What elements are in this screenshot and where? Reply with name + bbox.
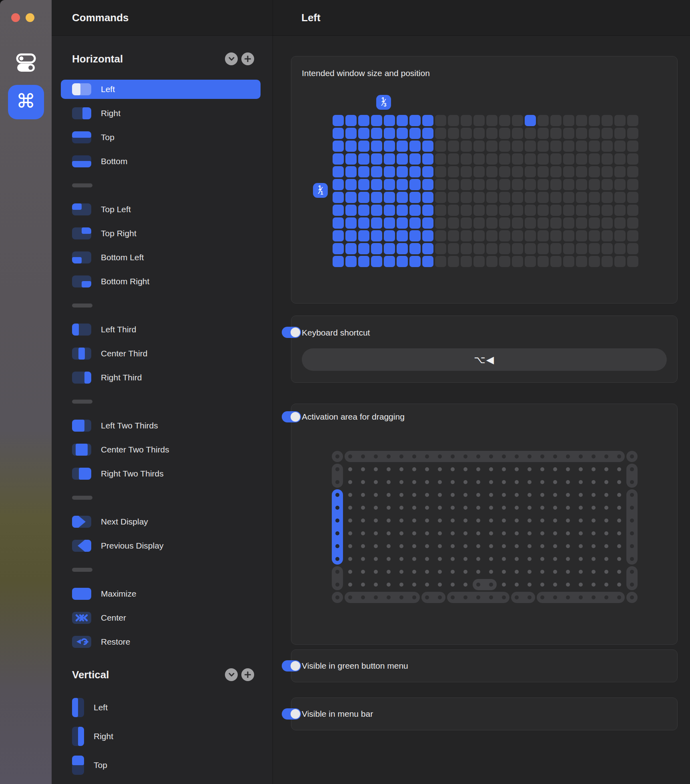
command-row-horizontal-top-right[interactable]: Top Right [61,224,261,243]
command-row-horizontal-top[interactable]: Top [61,128,261,147]
size-grid-cell[interactable] [550,153,562,165]
size-grid-cell[interactable] [397,217,408,229]
size-grid-cell[interactable] [538,256,549,267]
keyboard-shortcut-toggle[interactable] [282,327,301,338]
size-grid-cell[interactable] [563,128,574,139]
size-grid-cell[interactable] [486,192,497,203]
size-grid-cell[interactable] [473,179,485,190]
size-grid-cell[interactable] [512,141,523,152]
size-grid-cell[interactable] [435,179,446,190]
size-grid-cell[interactable] [473,243,485,254]
size-grid-cell[interactable] [409,217,421,229]
size-grid-cell[interactable] [397,243,408,254]
size-grid-cell[interactable] [576,230,587,241]
size-grid-cell[interactable] [461,256,472,267]
command-row-horizontal-right-third[interactable]: Right Third [61,368,261,387]
size-grid-cell[interactable] [627,256,638,267]
command-row-vertical-top[interactable]: Top [61,753,261,777]
size-grid-cell[interactable] [448,230,459,241]
size-grid-cell[interactable] [435,230,446,241]
green-button-menu-toggle[interactable] [282,660,301,671]
command-row-vertical-right[interactable]: Right [61,724,261,748]
height-fraction-badge[interactable]: 1⁄1 [313,183,328,198]
size-grid-cell[interactable] [499,217,510,229]
size-grid-cell[interactable] [525,179,536,190]
size-grid-cell[interactable] [614,192,626,203]
size-grid-cell[interactable] [473,166,485,177]
size-grid-cell[interactable] [499,153,510,165]
size-grid-cell[interactable] [563,141,574,152]
size-grid-cell[interactable] [627,141,638,152]
size-grid-cell[interactable] [448,166,459,177]
size-grid-cell[interactable] [486,179,497,190]
size-grid-cell[interactable] [550,192,562,203]
size-grid-cell[interactable] [499,141,510,152]
size-grid-cell[interactable] [563,205,574,216]
size-grid-cell[interactable] [397,141,408,152]
size-grid-cell[interactable] [384,153,395,165]
size-grid-cell[interactable] [499,256,510,267]
size-grid-cell[interactable] [550,243,562,254]
command-row-horizontal-bottom[interactable]: Bottom [61,152,261,171]
size-grid-cell[interactable] [358,115,369,126]
size-grid-cell[interactable] [473,153,485,165]
size-grid-cell[interactable] [486,115,497,126]
size-grid-cell[interactable] [473,115,485,126]
size-grid-cell[interactable] [602,179,613,190]
size-grid-cell[interactable] [409,205,421,216]
size-grid-cell[interactable] [384,179,395,190]
size-grid-cell[interactable] [499,128,510,139]
size-grid-cell[interactable] [576,192,587,203]
size-grid-cell[interactable] [589,166,600,177]
size-grid-cell[interactable] [550,256,562,267]
size-grid-cell[interactable] [614,166,626,177]
size-grid-cell[interactable] [473,256,485,267]
size-grid-cell[interactable] [358,179,369,190]
size-grid-cell[interactable] [589,217,600,229]
size-grid-cell[interactable] [397,192,408,203]
size-grid-cell[interactable] [627,128,638,139]
size-grid-cell[interactable] [358,243,369,254]
size-grid-cell[interactable] [409,243,421,254]
size-grid-cell[interactable] [384,141,395,152]
size-grid-cell[interactable] [333,141,344,152]
size-grid-cell[interactable] [563,179,574,190]
size-grid-cell[interactable] [409,128,421,139]
size-grid-cell[interactable] [525,128,536,139]
size-grid-cell[interactable] [409,141,421,152]
size-grid-cell[interactable] [550,179,562,190]
size-grid-cell[interactable] [614,230,626,241]
size-grid-cell[interactable] [602,243,613,254]
size-grid-cell[interactable] [563,166,574,177]
size-grid-cell[interactable] [589,115,600,126]
size-grid-cell[interactable] [371,179,382,190]
size-grid-cell[interactable] [473,205,485,216]
size-grid-cell[interactable] [589,243,600,254]
size-grid-cell[interactable] [486,205,497,216]
size-grid-cell[interactable] [486,128,497,139]
size-grid-cell[interactable] [422,128,433,139]
size-grid-cell[interactable] [333,205,344,216]
activation-zone-left[interactable] [332,489,343,565]
size-grid-cell[interactable] [486,230,497,241]
size-grid-cell[interactable] [538,128,549,139]
size-grid-cell[interactable] [422,205,433,216]
size-grid-cell[interactable] [371,141,382,152]
size-grid-cell[interactable] [538,179,549,190]
size-grid-cell[interactable] [499,243,510,254]
add-horizontal-command-button[interactable] [241,52,254,65]
size-grid-cell[interactable] [512,256,523,267]
size-grid-cell[interactable] [333,115,344,126]
size-grid-cell[interactable] [384,192,395,203]
size-grid-cell[interactable] [345,115,357,126]
size-grid-cell[interactable] [358,205,369,216]
size-grid-cell[interactable] [371,256,382,267]
size-grid-cell[interactable] [422,179,433,190]
size-grid-cell[interactable] [397,179,408,190]
size-grid-cell[interactable] [576,153,587,165]
size-grid-cell[interactable] [614,217,626,229]
size-grid-cell[interactable] [435,166,446,177]
size-grid-cell[interactable] [435,243,446,254]
size-grid-cell[interactable] [576,115,587,126]
size-grid-cell[interactable] [589,179,600,190]
